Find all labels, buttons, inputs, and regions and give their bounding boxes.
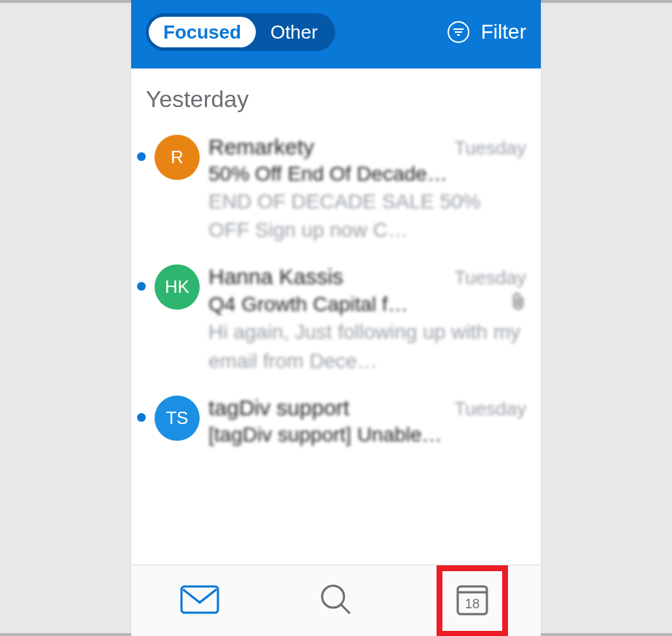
- message-preview: Hi again, Just following up with my emai…: [208, 318, 526, 374]
- calendar-tab[interactable]: 18: [447, 576, 498, 627]
- svg-rect-4: [181, 586, 218, 613]
- unread-dot-icon: [137, 282, 146, 291]
- search-tab[interactable]: [310, 576, 362, 627]
- message-subject: [tagDiv support] Unable…: [208, 423, 442, 447]
- filter-button[interactable]: Filter: [446, 20, 526, 44]
- inbox-tab-switch: Focused Other: [146, 13, 335, 51]
- tab-other[interactable]: Other: [256, 17, 332, 47]
- calendar-icon: 18: [455, 582, 490, 620]
- message-body: Hanna KassisTuesdayQ4 Growth Capital f…H…: [208, 264, 526, 374]
- avatar: R: [155, 135, 200, 180]
- unread-dot-icon: [137, 152, 146, 161]
- unread-dot-icon: [137, 413, 146, 422]
- section-header-yesterday: Yesterday: [131, 68, 541, 125]
- app-frame: Focused Other Filter Yesterday RRemarket…: [131, 0, 541, 636]
- message-preview: END OF DECADE SALE 50% OFF Sign up now C…: [208, 187, 526, 244]
- filter-icon: [446, 20, 471, 44]
- message-time: Tuesday: [454, 398, 526, 420]
- message-subject: Q4 Growth Capital f…: [208, 293, 408, 316]
- inbox-header: Focused Other Filter: [131, 0, 541, 68]
- message-time: Tuesday: [454, 137, 526, 160]
- message-row[interactable]: HKHanna KassisTuesdayQ4 Growth Capital f…: [131, 254, 541, 385]
- avatar: TS: [155, 396, 200, 441]
- filter-label: Filter: [481, 20, 526, 44]
- bottom-nav: 18: [131, 565, 541, 636]
- message-row[interactable]: RRemarketyTuesday50% Off End Of Decade…E…: [131, 125, 541, 254]
- svg-point-5: [322, 586, 344, 608]
- search-icon: [319, 583, 353, 619]
- svg-text:18: 18: [465, 597, 480, 611]
- message-body: tagDiv supportTuesday[tagDiv support] Un…: [208, 396, 526, 447]
- avatar: HK: [155, 264, 200, 310]
- attachment-icon: [510, 292, 526, 314]
- message-row[interactable]: TStagDiv supportTuesday[tagDiv support] …: [131, 385, 541, 457]
- message-subject: 50% Off End Of Decade…: [208, 162, 448, 186]
- mail-icon: [180, 585, 219, 617]
- sender-name: Hanna Kassis: [208, 264, 343, 289]
- message-body: RemarketyTuesday50% Off End Of Decade…EN…: [208, 135, 526, 244]
- sender-name: tagDiv support: [208, 396, 349, 420]
- mail-tab[interactable]: [174, 576, 225, 627]
- message-time: Tuesday: [454, 267, 526, 289]
- message-list[interactable]: RRemarketyTuesday50% Off End Of Decade…E…: [131, 125, 541, 565]
- svg-line-6: [341, 605, 350, 613]
- tab-focused[interactable]: Focused: [149, 17, 256, 47]
- sender-name: Remarkety: [208, 135, 314, 160]
